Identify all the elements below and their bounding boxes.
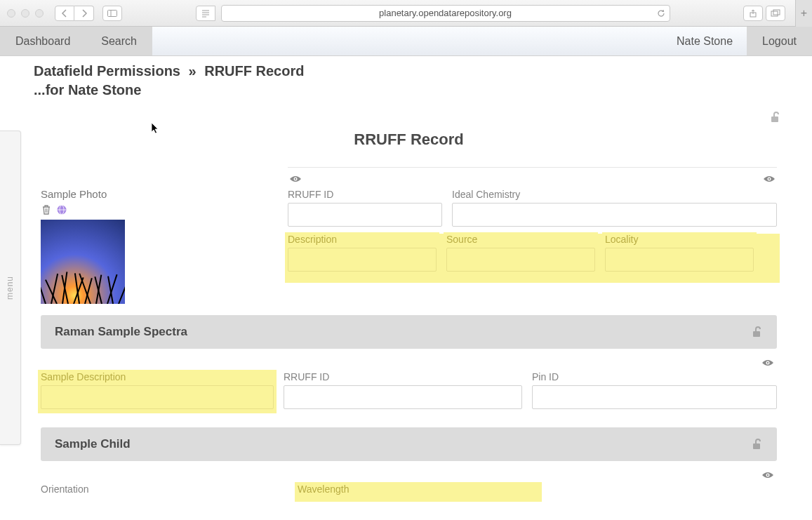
- nav-search[interactable]: Search: [86, 27, 152, 55]
- field-rruff-id: RRUFF ID: [288, 189, 442, 227]
- rruff-id-raman-input[interactable]: [284, 385, 522, 409]
- url-text: planetary.opendatarepository.org: [379, 8, 512, 18]
- breadcrumb-separator: »: [189, 63, 197, 79]
- menu-drawer-handle[interactable]: menu: [0, 131, 21, 445]
- minimize-window-icon[interactable]: [21, 9, 29, 18]
- ideal-chemistry-input[interactable]: [452, 203, 777, 227]
- back-button[interactable]: [55, 6, 74, 21]
- eye-icon[interactable]: [289, 175, 302, 183]
- locality-input[interactable]: [605, 248, 754, 272]
- forward-button[interactable]: [74, 6, 94, 21]
- page-content: Datafield Permissions » RRUFF Record ...…: [0, 56, 812, 505]
- nav-back-forward: [55, 6, 94, 21]
- trash-icon[interactable]: [41, 204, 52, 215]
- svg-point-18: [768, 178, 770, 180]
- share-icon[interactable]: [743, 6, 763, 21]
- svg-rect-22: [753, 444, 760, 449]
- field-label: RRUFF ID: [284, 371, 522, 382]
- toolbar-right: [743, 6, 785, 21]
- breadcrumb-root[interactable]: Datafield Permissions: [34, 63, 180, 79]
- field-label: Ideal Chemistry: [452, 189, 777, 200]
- pin-id-input[interactable]: [532, 385, 777, 409]
- svg-rect-8: [773, 10, 780, 15]
- sample-description-input[interactable]: [41, 385, 274, 409]
- tabs-icon[interactable]: [766, 6, 785, 21]
- svg-point-21: [767, 362, 768, 364]
- field-label: Description: [288, 234, 437, 245]
- field-label: Wavelength: [298, 484, 539, 495]
- svg-rect-0: [108, 10, 117, 16]
- field-orientation: Orientation: [41, 484, 288, 505]
- field-label: Sample Description: [41, 371, 274, 382]
- address-bar-group: planetary.opendatarepository.org: [142, 5, 724, 22]
- nav-username[interactable]: Nate Stone: [663, 27, 747, 55]
- eye-icon[interactable]: [761, 359, 774, 367]
- breadcrumb: Datafield Permissions » RRUFF Record: [34, 63, 784, 79]
- field-wavelength: Wavelength: [295, 482, 542, 502]
- window-controls: [7, 9, 44, 18]
- unlock-icon[interactable]: [768, 111, 781, 124]
- globe-icon[interactable]: [56, 204, 67, 215]
- field-ideal-chemistry: Ideal Chemistry: [452, 189, 777, 227]
- field-source: Source: [444, 232, 598, 276]
- field-rruff-id-raman: RRUFF ID: [284, 371, 522, 416]
- eye-icon[interactable]: [763, 175, 776, 183]
- eye-icon[interactable]: [761, 471, 774, 479]
- field-label: Orientation: [41, 484, 288, 495]
- sidebar-toggle-icon[interactable]: [102, 6, 122, 21]
- highlighted-row: Description Source Locality: [285, 234, 780, 283]
- new-tab-button[interactable]: +: [795, 0, 812, 27]
- section-sample-child: Sample Child: [41, 427, 777, 461]
- close-window-icon[interactable]: [7, 9, 15, 18]
- section-raman: Raman Sample Spectra: [41, 315, 777, 349]
- field-label: Source: [446, 234, 595, 245]
- page-subheading: ...for Nate Stone: [34, 82, 784, 98]
- rruff-id-input[interactable]: [288, 203, 442, 227]
- unlock-icon[interactable]: [750, 438, 763, 451]
- photo-actions: [41, 204, 288, 215]
- svg-point-24: [767, 474, 768, 476]
- left-column: Sample Photo: [41, 167, 288, 304]
- record-lock-bar: [34, 111, 784, 124]
- field-sample-description: Sample Description: [38, 370, 277, 413]
- breadcrumb-leaf: RRUFF Record: [204, 63, 304, 79]
- menu-handle-label: menu: [6, 276, 15, 300]
- app-nav-bar: Dashboard Search Nate Stone Logout: [0, 27, 812, 56]
- nav-dashboard[interactable]: Dashboard: [0, 27, 86, 55]
- svg-rect-19: [753, 331, 760, 337]
- svg-rect-9: [771, 116, 778, 122]
- unlock-icon[interactable]: [750, 326, 763, 338]
- section-title: Raman Sample Spectra: [55, 325, 187, 339]
- field-description: Description: [285, 232, 439, 276]
- field-pin-id: Pin ID: [532, 371, 777, 416]
- browser-toolbar: planetary.opendatarepository.org +: [0, 0, 812, 27]
- field-label: Locality: [605, 234, 754, 245]
- source-input[interactable]: [446, 248, 595, 272]
- section-title: Sample Child: [55, 437, 131, 451]
- field-locality: Locality: [602, 232, 757, 276]
- field-label: Pin ID: [532, 371, 777, 382]
- right-column: RRUFF ID Ideal Chemistry Description Sou…: [288, 167, 777, 304]
- zoom-window-icon[interactable]: [35, 9, 44, 18]
- svg-point-16: [295, 178, 296, 180]
- address-bar[interactable]: planetary.opendatarepository.org: [221, 5, 670, 22]
- sample-photo-label: Sample Photo: [41, 188, 288, 200]
- record-title: RRUFF Record: [34, 131, 784, 149]
- description-input[interactable]: [288, 248, 437, 272]
- reader-mode-icon[interactable]: [196, 6, 215, 21]
- reload-icon[interactable]: [657, 9, 665, 18]
- field-label: RRUFF ID: [288, 189, 442, 200]
- nav-logout[interactable]: Logout: [747, 27, 812, 55]
- svg-rect-7: [771, 11, 778, 16]
- sample-photo-thumbnail[interactable]: [41, 220, 125, 304]
